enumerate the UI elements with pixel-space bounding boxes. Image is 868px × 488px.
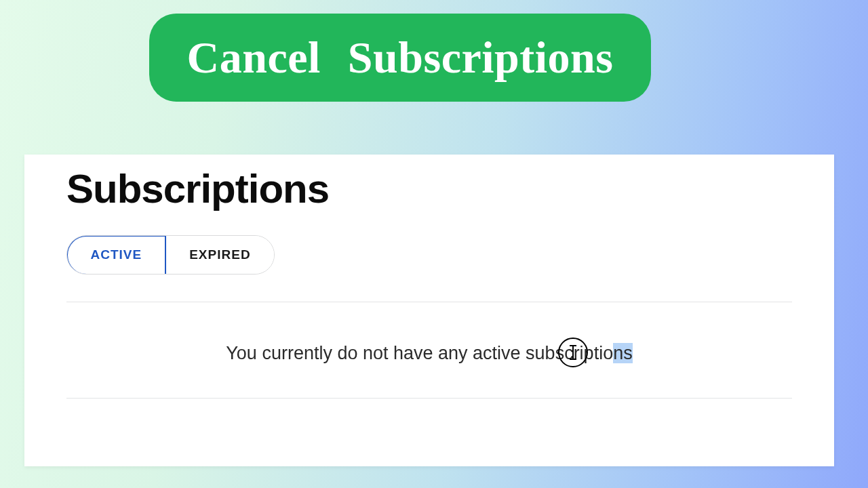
subscriptions-card: Subscriptions ACTIVE EXPIRED You current… — [24, 155, 834, 466]
page-background: Cancel Subscriptions Subscriptions ACTIV… — [0, 0, 868, 488]
tab-expired[interactable]: EXPIRED — [166, 236, 273, 274]
empty-state: You currently do not have any active sub… — [66, 302, 792, 398]
banner-word-subscriptions: Subscriptions — [348, 32, 614, 83]
banner-word-cancel: Cancel — [187, 32, 321, 83]
tab-active[interactable]: ACTIVE — [66, 235, 166, 274]
card-inner: Subscriptions ACTIVE EXPIRED You current… — [24, 155, 834, 399]
divider-bottom — [66, 398, 792, 399]
subscription-filter-segmented: ACTIVE EXPIRED — [66, 235, 275, 274]
empty-state-text-selected: ns — [613, 343, 633, 363]
banner-cancel-subscriptions: Cancel Subscriptions — [149, 14, 651, 102]
empty-state-text: You currently do not have any active sub… — [226, 343, 613, 363]
page-title: Subscriptions — [66, 165, 792, 212]
